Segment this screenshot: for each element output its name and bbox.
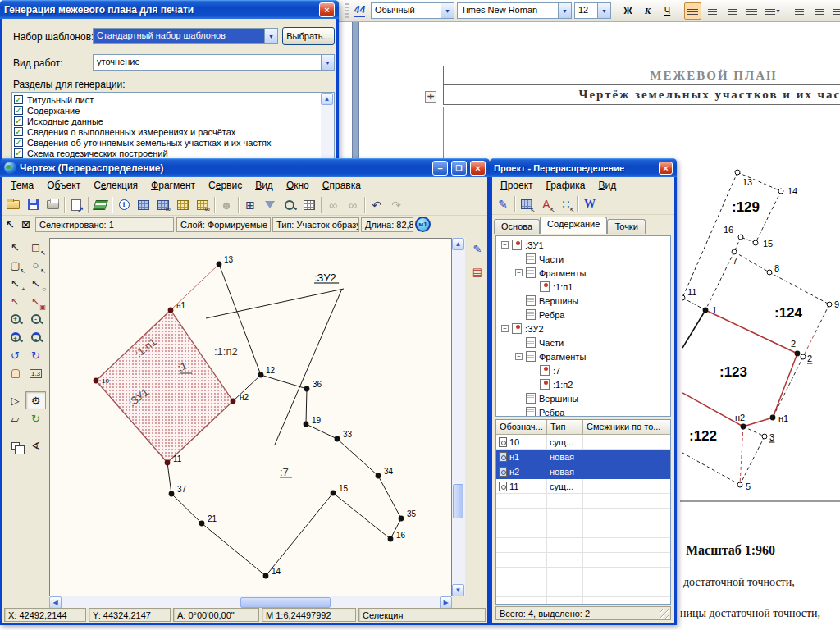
section-checkbox-0[interactable]: ✓Титульный лист (14, 94, 334, 105)
copy-object-button[interactable] (5, 436, 25, 454)
tree-item[interactable]: −:ЗУ2 (496, 322, 670, 336)
horizontal-scrollbar[interactable]: ◀ ▶ (49, 596, 452, 609)
table-row[interactable]: 11сущ... (496, 479, 670, 494)
template-set-combo[interactable]: Стандартный набор шаблонов▼ (93, 28, 278, 44)
menu-item-7[interactable]: Справка (316, 178, 368, 193)
save-button[interactable] (23, 195, 43, 214)
chevron-down-icon[interactable]: ▼ (597, 3, 610, 18)
table-link-alt-button[interactable] (193, 195, 212, 214)
work-type-combo[interactable]: уточнение▼ (93, 54, 335, 71)
dialog-titlebar[interactable]: Генерация межевого плана для печати × (0, 0, 339, 19)
tab-0[interactable]: Основа (494, 219, 540, 234)
find-button[interactable] (280, 195, 299, 214)
undo-button[interactable]: ↶ (367, 195, 386, 214)
map-canvas[interactable]: 13н110н2111236193334351615142137:1:п1:1:… (49, 238, 452, 596)
pick-table-button[interactable]: ↖ (517, 195, 536, 214)
select-ellipse-button[interactable]: ○↖ (25, 256, 46, 274)
tree-collapse-icon[interactable]: − (515, 269, 523, 276)
checkbox-checked-icon[interactable]: ✓ (14, 116, 23, 126)
zoom-in-window-button[interactable]: + (5, 328, 25, 346)
tree-item[interactable]: −Фрагменты (496, 349, 670, 363)
line-spacing-button[interactable]: ▼ (763, 2, 783, 20)
menu-item-3[interactable]: Фрагмент (144, 178, 202, 193)
select-hatch-button[interactable]: ↖ (5, 292, 25, 310)
word-export-button[interactable]: W (580, 195, 600, 214)
scrollbar-thumb[interactable] (453, 484, 463, 518)
toolbar-drag-handle[interactable] (345, 3, 349, 18)
scroll-up-icon[interactable]: ▲ (321, 93, 333, 105)
select-box-button[interactable]: ◻↖ (25, 238, 46, 256)
properties-button[interactable] (66, 195, 86, 214)
italic-button[interactable]: К (639, 2, 656, 20)
section-checkbox-3[interactable]: ✓Сведения о выполненных измерениях и рас… (14, 126, 334, 137)
tab-1[interactable]: Содержание (540, 217, 607, 234)
tree-item[interactable]: Части (496, 252, 670, 266)
select-add-button[interactable]: ↖+ (5, 274, 25, 292)
object-info-button[interactable]: i (114, 195, 134, 214)
select-node-button[interactable]: ↖○ (25, 274, 46, 292)
tree-item[interactable]: Вершины (496, 391, 670, 405)
tree-item[interactable]: Части (496, 336, 670, 349)
select-hatch-box-button[interactable]: ↖▣ (25, 292, 46, 310)
edit-gear-button[interactable]: ⚙ (25, 391, 46, 409)
project-tree[interactable]: −:ЗУ1Части−Фрагменты:1:п1ВершиныРебра−:З… (495, 235, 671, 417)
tab-2[interactable]: Точки (607, 219, 645, 234)
open-button[interactable] (3, 195, 23, 214)
bullet-list-button[interactable] (810, 2, 828, 20)
tree-collapse-icon[interactable]: − (515, 353, 523, 360)
layers-button[interactable] (90, 195, 110, 214)
table-link-button[interactable] (153, 195, 173, 214)
tree-item[interactable]: Ребра (496, 308, 670, 322)
tree-item[interactable]: :1:п1 (496, 280, 670, 294)
page-marker-button[interactable]: ▤ (468, 262, 488, 281)
tree-collapse-icon[interactable]: − (501, 325, 509, 332)
numbered-list-button[interactable] (791, 2, 808, 20)
align-left-button[interactable] (684, 2, 701, 20)
listbox-scrollbar[interactable]: ▲ (321, 93, 334, 162)
scroll-down-icon[interactable]: ▼ (452, 584, 464, 596)
bold-button[interactable]: Ж (619, 2, 637, 20)
vertical-scrollbar[interactable]: ▲ ▼ (452, 238, 465, 596)
close-button[interactable]: × (659, 162, 673, 175)
styles-button[interactable]: 44 (351, 2, 368, 20)
font-combo[interactable]: Times New Roman▼ (457, 2, 572, 19)
zoom-in-button[interactable]: + (5, 310, 25, 328)
redo-button[interactable]: ↷ (386, 195, 406, 214)
font-size-combo[interactable]: 12▼ (574, 2, 611, 19)
pan-hand-button[interactable] (5, 364, 25, 382)
drawing-titlebar[interactable]: Чертеж (Перераспределение) – ❏ × (0, 158, 490, 177)
pick-points-button[interactable]: ∷↖ (556, 195, 576, 214)
choose-button[interactable]: Выбрать... (282, 27, 335, 45)
align-right-button[interactable] (724, 2, 741, 20)
coordinates-button[interactable]: 1.3 (25, 364, 46, 382)
menu-item-0[interactable]: Тема (4, 178, 40, 193)
section-checkbox-1[interactable]: ✓Содержание (14, 105, 334, 116)
checkbox-checked-icon[interactable]: ✓ (14, 95, 23, 104)
tree-collapse-icon[interactable]: − (501, 241, 509, 249)
close-button[interactable]: × (319, 2, 335, 17)
tree-item[interactable]: :1:п2 (496, 377, 670, 391)
maximize-button[interactable]: ❏ (451, 161, 467, 176)
select-box-tool-button[interactable]: ⊠ (18, 217, 34, 232)
align-center-button[interactable] (704, 2, 721, 20)
select-button[interactable]: ↖ (5, 238, 25, 256)
zoom-out-window-button[interactable]: - (25, 328, 46, 346)
chevron-down-icon[interactable]: ▼ (264, 29, 277, 43)
menu-item-1[interactable]: Объект (40, 178, 87, 193)
print-button[interactable] (43, 195, 62, 214)
select-tool-button[interactable]: ↖ (2, 217, 18, 232)
points-table[interactable]: Обознач...ТипСмежники по то...10сущ...н1… (495, 419, 671, 605)
sections-listbox[interactable]: ✓Титульный лист✓Содержание✓Исходные данн… (11, 92, 335, 162)
user-link-button[interactable]: ☻ (217, 195, 236, 214)
section-checkbox-4[interactable]: ✓Сведения об уточняемых земельных участк… (14, 137, 334, 148)
select-rect-button[interactable]: ▢↖ (5, 256, 25, 274)
table-move-handle[interactable]: ✛ (425, 91, 436, 103)
checkbox-checked-icon[interactable]: ✓ (14, 127, 23, 136)
table-row[interactable]: н1новая (496, 450, 670, 464)
justify-button[interactable] (743, 2, 760, 20)
column-header-2[interactable]: Смежники по то... (583, 420, 671, 435)
chevron-down-icon[interactable]: ▼ (321, 55, 334, 70)
scale-badge[interactable]: м1 (415, 217, 431, 232)
filter-button[interactable] (260, 195, 280, 214)
measure-angle-button[interactable]: ∢ (25, 436, 46, 454)
